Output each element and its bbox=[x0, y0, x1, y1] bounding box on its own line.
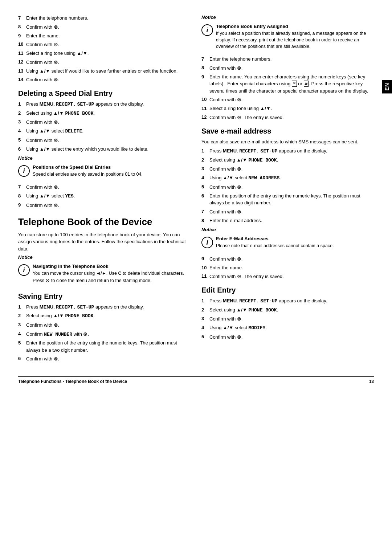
del-step-8: 8 Using ▲/▼ select YES. bbox=[18, 192, 191, 200]
notice-box-email: i Enter E-Mail Addresses Please note tha… bbox=[201, 236, 374, 251]
edit-entry-title: Edit Entry bbox=[201, 286, 374, 294]
notice-label-email: Notice bbox=[201, 227, 374, 232]
step-11: 11 Select a ring tone using ▲/▼. bbox=[18, 50, 191, 57]
confirm-icon bbox=[54, 24, 58, 30]
del-step-9: 9 Confirm with . bbox=[18, 201, 191, 209]
confirm-icon bbox=[237, 209, 241, 215]
confirm-icon bbox=[54, 77, 58, 82]
save-email-intro: You can also save an e-mail address to w… bbox=[201, 138, 374, 146]
notice-icon-del: i bbox=[18, 165, 30, 177]
confirm-icon bbox=[237, 65, 241, 71]
notice-content-telbook: Navigating in the Telephone Book You can… bbox=[33, 264, 191, 286]
confirm-icon bbox=[54, 322, 58, 328]
confirm-icon bbox=[237, 166, 241, 172]
footer: Telephone Functions · Telephone Book of … bbox=[18, 379, 374, 384]
step-9: 9 Enter the name. bbox=[18, 32, 191, 40]
notice-icon-telbook: i bbox=[18, 264, 30, 276]
scont-step-11: 11 Select a ring tone using ▲/▼. bbox=[201, 105, 374, 112]
step-14: 14 Confirm with . bbox=[18, 76, 191, 83]
telephone-book-title: Telephone Book of the Device bbox=[18, 216, 191, 228]
save-step-4: 4 Confirm NEW NUMBER with . bbox=[18, 330, 191, 338]
page: EN 7 Enter the telephone numbers. 8 Conf… bbox=[0, 0, 392, 555]
deleting-section-title: Deleting a Speed Dial Entry bbox=[18, 89, 191, 98]
notice-content-entry: Telephone Book Entry Assigned If you sel… bbox=[216, 24, 374, 52]
confirm-icon bbox=[83, 331, 87, 337]
confirm-icon bbox=[237, 97, 241, 102]
save-step-3: 3 Confirm with . bbox=[18, 321, 191, 329]
email-step-11: 11 Confirm with . The entry is saved. bbox=[201, 273, 374, 280]
email-step-4: 4 Using ▲/▼ select NEW ADDRESS. bbox=[201, 174, 374, 182]
confirm-icon bbox=[237, 184, 241, 190]
confirm-icon bbox=[54, 119, 58, 125]
del-step-2: 2 Select using ▲/▼ PHONE BOOK. bbox=[18, 110, 191, 117]
footer-left: Telephone Functions · Telephone Book of … bbox=[18, 379, 127, 384]
telephone-book-intro: You can store up to 100 entries in the t… bbox=[18, 231, 191, 253]
edit-step-2: 2 Select using ▲/▼ PHONE BOOK. bbox=[201, 306, 374, 314]
notice-title-email: Enter E-Mail Addresses bbox=[216, 236, 374, 241]
save-email-title: Save e-mail address bbox=[201, 127, 374, 135]
scont-step-10: 10 Confirm with . bbox=[201, 96, 374, 103]
confirm-icon bbox=[237, 334, 241, 340]
email-step-2: 2 Select using ▲/▼ PHONE BOOK. bbox=[201, 156, 374, 164]
deleting-steps2: 7 Confirm with . 8 Using ▲/▼ select YES.… bbox=[18, 183, 191, 209]
saving-steps: 1 Press MENU. RECEPT. SET-UP appears on … bbox=[18, 303, 191, 363]
email-step-7: 7 Confirm with . bbox=[201, 208, 374, 216]
notice-title-telbook: Navigating in the Telephone Book bbox=[33, 264, 191, 269]
notice-label-del: Notice bbox=[18, 155, 191, 161]
del-step-6: 6 Using ▲/▼ select the entry which you w… bbox=[18, 146, 191, 153]
confirm-icon bbox=[54, 138, 58, 143]
email-steps: 1 Press MENU. RECEPT. SET-UP appears on … bbox=[201, 147, 374, 224]
step-10: 10 Confirm with . bbox=[18, 41, 191, 48]
deleting-steps: 1 Press MENU. RECEPT. SET-UP appears on … bbox=[18, 101, 191, 152]
notice-box-del: i Positions of the Speed Dial Entries Sp… bbox=[18, 164, 191, 180]
email-step-10: 10 Enter the name. bbox=[201, 264, 374, 272]
step-8: 8 Confirm with . bbox=[18, 23, 191, 31]
footer-right: 13 bbox=[369, 379, 374, 384]
email-step-9: 9 Confirm with . bbox=[201, 255, 374, 263]
intro-steps: 7 Enter the telephone numbers. 8 Confirm… bbox=[18, 15, 191, 83]
step-13: 13 Using ▲/▼ select if would like to sav… bbox=[18, 68, 191, 75]
save-step-6: 6 Confirm with . bbox=[18, 355, 191, 363]
edit-step-3: 3 Confirm with . bbox=[201, 315, 374, 323]
save-step-5: 5 Enter the position of the entry using … bbox=[18, 339, 191, 354]
save-step-2: 2 Select using ▲/▼ PHONE BOOK. bbox=[18, 312, 191, 320]
save-step-1: 1 Press MENU. RECEPT. SET-UP appears on … bbox=[18, 303, 191, 311]
scont-step-7: 7 Enter the telephone numbers. bbox=[201, 56, 374, 63]
del-step-7: 7 Confirm with . bbox=[18, 183, 191, 191]
confirm-icon bbox=[54, 203, 58, 208]
edit-step-4: 4 Using ▲/▼ select MODIFY. bbox=[201, 324, 374, 332]
notice-title-entry: Telephone Book Entry Assigned bbox=[216, 24, 374, 29]
notice-text-email: Please note that e-mail addresses cannot… bbox=[216, 242, 374, 249]
email-step-3: 3 Confirm with . bbox=[201, 165, 374, 173]
del-step-1: 1 Press MENU. RECEPT. SET-UP appears on … bbox=[18, 101, 191, 108]
email-step-8: 8 Enter the e-mail address. bbox=[201, 217, 374, 224]
email-step-5: 5 Confirm with . bbox=[201, 183, 374, 191]
confirm-icon bbox=[54, 184, 58, 190]
del-step-4: 4 Using ▲/▼ select DELETE. bbox=[18, 127, 191, 135]
notice-content-del: Positions of the Speed Dial Entries Spee… bbox=[33, 164, 191, 180]
notice-text-telbook: You can move the cursor using ◄/►. Use C… bbox=[33, 270, 191, 284]
scont-step-8: 8 Confirm with . bbox=[201, 64, 374, 72]
right-column: Notice i Telephone Book Entry Assigned I… bbox=[201, 15, 374, 366]
scont-step-9: 9 Enter the name. You can enter characte… bbox=[201, 73, 374, 95]
del-step-3: 3 Confirm with . bbox=[18, 118, 191, 126]
edit-step-5: 5 Confirm with . bbox=[201, 333, 374, 341]
confirm-icon bbox=[237, 274, 241, 279]
notice-label-entry: Notice bbox=[201, 15, 374, 20]
notice-icon-email: i bbox=[201, 237, 213, 248]
notice-label-telbook: Notice bbox=[18, 254, 191, 260]
notice-icon-entry: i bbox=[201, 24, 213, 36]
confirm-icon bbox=[237, 256, 241, 262]
email-steps2: 9 Confirm with . 10 Enter the name. 11 C… bbox=[201, 255, 374, 281]
notice-box-entry: i Telephone Book Entry Assigned If you s… bbox=[201, 24, 374, 52]
footer-divider bbox=[18, 376, 374, 377]
confirm-icon bbox=[54, 42, 58, 47]
step-7: 7 Enter the telephone numbers. bbox=[18, 15, 191, 22]
confirm-icon bbox=[54, 60, 58, 65]
confirm-icon bbox=[54, 356, 58, 362]
saving-entry-title: Saving Entry bbox=[18, 292, 191, 301]
notice-content-email: Enter E-Mail Addresses Please note that … bbox=[216, 236, 374, 251]
edit-steps: 1 Press MENU. RECEPT. SET-UP appears on … bbox=[201, 297, 374, 341]
language-tab: EN bbox=[382, 80, 392, 93]
step-12: 12 Confirm with . bbox=[18, 58, 191, 66]
